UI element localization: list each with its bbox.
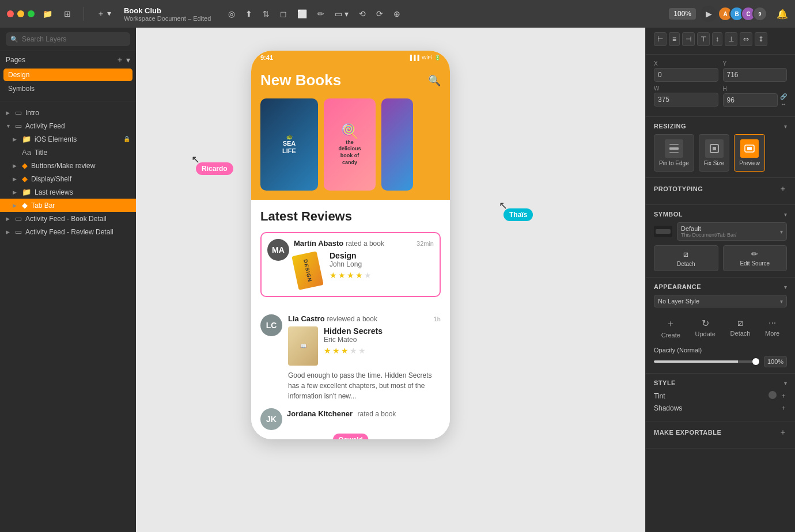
style-title: STYLE bbox=[654, 379, 676, 386]
expand-icon: ▶ bbox=[13, 189, 18, 195]
expand-icon: ▶ bbox=[6, 216, 12, 222]
create-label: Create bbox=[661, 332, 680, 339]
phone-header: New Books 🔍 bbox=[251, 64, 450, 98]
page-symbols[interactable]: Symbols bbox=[3, 82, 132, 95]
rect-icon: ▭ bbox=[15, 108, 22, 117]
opacity-input[interactable] bbox=[764, 356, 787, 367]
reviewer-name-2: Lia Castro bbox=[288, 314, 325, 323]
svg-rect-4 bbox=[713, 147, 716, 150]
layer-tab-bar[interactable]: ▶ ◆ Tab Bar bbox=[0, 199, 136, 212]
symbol-select[interactable]: Default This Document/Tab Bar/ ▾ bbox=[677, 222, 787, 241]
close-button[interactable] bbox=[7, 10, 14, 17]
search-input[interactable] bbox=[6, 32, 130, 46]
tool-btn-6[interactable]: ✏ bbox=[314, 7, 328, 21]
layer-book-detail[interactable]: ▶ ▭ Activity Feed - Book Detail bbox=[0, 212, 136, 225]
pin-to-edge-card[interactable]: Pin to Edge bbox=[654, 134, 694, 172]
add-button[interactable]: ＋ ▾ bbox=[93, 6, 115, 21]
zoom-control[interactable]: 100% bbox=[669, 8, 696, 20]
tool-btn-7[interactable]: ⟲ bbox=[355, 7, 369, 21]
prototyping-section: PROTOTYPING ＋ bbox=[646, 178, 795, 205]
book-author-1: John Long bbox=[330, 260, 434, 268]
add-prototype-button[interactable]: ＋ bbox=[779, 184, 787, 194]
pages-chevron[interactable]: ▾ bbox=[126, 55, 130, 65]
tool-btn-3[interactable]: ⇅ bbox=[259, 7, 273, 21]
layer-label: Activity Feed - Book Detail bbox=[25, 215, 107, 223]
flip-btn[interactable]: ↔ bbox=[780, 101, 787, 107]
constraint-btn[interactable]: 🔗 bbox=[780, 93, 787, 100]
update-button[interactable]: ↻ Update bbox=[695, 318, 715, 339]
layer-title[interactable]: Aa Title bbox=[0, 146, 136, 159]
fix-size-card[interactable]: Fix Size bbox=[699, 134, 730, 172]
main-layout: 🔍 Pages ＋ ▾ Design Symbols ▶ ▭ Intro bbox=[0, 28, 795, 532]
create-button[interactable]: ＋ Create bbox=[661, 318, 680, 339]
w-input[interactable] bbox=[654, 93, 718, 107]
shadows-row: Shadows ＋ bbox=[654, 403, 787, 413]
detach-button[interactable]: ⧄ Detach bbox=[654, 245, 718, 271]
pages-header: Pages ＋ ▾ bbox=[0, 51, 136, 69]
tool-btn-1[interactable]: ◎ bbox=[225, 7, 238, 21]
preview-card[interactable]: Preview bbox=[734, 134, 765, 172]
star: ★ bbox=[332, 346, 340, 355]
tool-btn-2[interactable]: ⬆ bbox=[242, 7, 256, 21]
h-input[interactable] bbox=[723, 93, 778, 107]
tool-btn-5[interactable]: ⬜ bbox=[294, 7, 311, 21]
distribute-h[interactable]: ⇔ bbox=[740, 32, 752, 46]
review-time-2: 1h bbox=[434, 316, 441, 322]
tool-btn-4[interactable]: ◻ bbox=[277, 7, 290, 21]
h-label: H bbox=[723, 86, 778, 92]
status-bar: 9:41 ▐▐▐ WiFi 🔋 bbox=[251, 51, 450, 64]
layer-buttons[interactable]: ▶ ◆ Buttons/Make review bbox=[0, 159, 136, 172]
align-center-v[interactable]: ↕ bbox=[712, 32, 722, 46]
x-label: X bbox=[654, 60, 718, 67]
align-bottom[interactable]: ⊥ bbox=[725, 32, 737, 46]
grid-icon[interactable]: ⊞ bbox=[60, 7, 74, 21]
search-icon: 🔍 bbox=[428, 74, 441, 87]
detach-button2[interactable]: ⧄ Detach bbox=[730, 318, 751, 339]
rect-icon: ▭ bbox=[15, 227, 22, 236]
symbol-preview bbox=[654, 226, 672, 237]
more-button[interactable]: ··· More bbox=[765, 318, 779, 339]
y-input[interactable] bbox=[723, 68, 788, 82]
add-tint-button[interactable]: ＋ bbox=[780, 391, 787, 401]
layer-display[interactable]: ▶ ◆ Display/Shelf bbox=[0, 172, 136, 185]
add-shadow-button[interactable]: ＋ bbox=[780, 403, 787, 413]
add-page-button[interactable]: ＋ bbox=[116, 55, 124, 65]
page-design[interactable]: Design bbox=[3, 69, 132, 81]
x-input[interactable] bbox=[654, 68, 718, 82]
review-book-row-2: 📖 Hidden Secrets Eric Mateo ★ ★ ★ ★ bbox=[288, 326, 441, 366]
search-icon: 🔍 bbox=[10, 36, 18, 43]
tool-btn-rect[interactable]: ▭ ▾ bbox=[331, 7, 352, 21]
book-title-1: Design bbox=[330, 251, 434, 260]
tint-color[interactable] bbox=[768, 391, 777, 399]
tool-btn-8[interactable]: ⟳ bbox=[373, 7, 387, 21]
add-export-button[interactable]: ＋ bbox=[779, 427, 787, 438]
layer-last-reviews[interactable]: ▶ 📁 Last reviews bbox=[0, 185, 136, 199]
layer-style-select[interactable]: No Layer Style ▾ bbox=[654, 295, 787, 307]
review-book-row-1: DESIGN Design John Long ★ ★ ★ bbox=[294, 251, 434, 290]
tool-btn-9[interactable]: ⊕ bbox=[390, 7, 404, 21]
align-left[interactable]: ⊢ bbox=[654, 32, 667, 46]
edit-source-button[interactable]: ✏ Edit Source bbox=[723, 245, 788, 271]
folder-icon[interactable]: 📁 bbox=[39, 7, 56, 21]
star: ★ bbox=[330, 271, 337, 280]
distribute-v[interactable]: ⇕ bbox=[755, 32, 767, 46]
align-center-h[interactable]: ≡ bbox=[669, 32, 680, 46]
layer-ios-elements[interactable]: ▶ 📁 iOS Elements 🔒 bbox=[0, 132, 136, 146]
maximize-button[interactable] bbox=[28, 10, 35, 17]
notification-bell[interactable]: 🔔 bbox=[777, 9, 788, 20]
align-right[interactable]: ⊣ bbox=[682, 32, 695, 46]
exportable-title: MAKE EXPORTABLE bbox=[654, 429, 721, 436]
align-top[interactable]: ⊤ bbox=[697, 32, 710, 46]
layer-intro[interactable]: ▶ ▭ Intro bbox=[0, 106, 136, 119]
layer-review-detail[interactable]: ▶ ▭ Activity Feed - Review Detail bbox=[0, 225, 136, 238]
play-button[interactable]: ▶ bbox=[701, 6, 717, 22]
appearance-arrow: ▾ bbox=[784, 284, 787, 290]
symbol-section: SYMBOL ▾ Default This Document/Tab Bar/ … bbox=[646, 205, 795, 278]
canvas[interactable]: ↖ Ricardo ↖ Thaïs 9:41 ▐▐▐ WiFi 🔋 New Bo… bbox=[136, 28, 645, 532]
minimize-button[interactable] bbox=[17, 10, 24, 17]
resize-options: Pin to Edge Fix Size Preview bbox=[654, 134, 787, 172]
layer-activity-feed[interactable]: ▼ ▭ Activity Feed bbox=[0, 119, 136, 132]
status-icons: ▐▐▐ WiFi 🔋 bbox=[408, 55, 441, 60]
layer-label: Last reviews bbox=[35, 188, 73, 196]
opacity-slider[interactable] bbox=[654, 360, 759, 363]
